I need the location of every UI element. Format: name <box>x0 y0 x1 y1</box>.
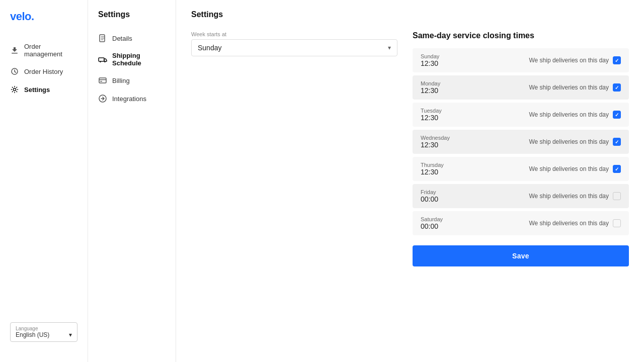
history-icon <box>10 67 19 76</box>
svg-rect-7 <box>99 78 106 83</box>
ship-day-checkbox[interactable] <box>613 138 621 146</box>
day-info: Friday00:00 <box>421 189 461 203</box>
day-info: Sunday12:30 <box>421 53 461 67</box>
checkbox-label: We ship deliveries on this day <box>529 193 609 200</box>
week-starts-label: Week starts at <box>191 31 397 37</box>
week-starts-dropdown[interactable]: Sunday ▾ <box>191 39 397 56</box>
download-icon <box>10 46 19 55</box>
ship-day-checkbox[interactable] <box>613 56 621 64</box>
ship-day-checkbox[interactable] <box>613 83 621 92</box>
day-time: 12:30 <box>421 168 461 176</box>
checkbox-wrap: We ship deliveries on this day <box>529 138 621 146</box>
settings-nav-item-details[interactable]: Details <box>88 29 176 47</box>
day-info: Wednesday12:30 <box>421 135 461 149</box>
page-title: Settings <box>191 10 629 19</box>
svg-rect-4 <box>99 58 104 61</box>
svg-point-5 <box>100 61 101 62</box>
settings-nav-billing-label: Billing <box>112 77 130 84</box>
checkbox-label: We ship deliveries on this day <box>529 84 609 91</box>
chevron-down-icon: ▾ <box>69 331 72 338</box>
svg-rect-0 <box>12 53 18 54</box>
schedule-row: Tuesday12:30We ship deliveries on this d… <box>413 103 629 127</box>
schedule-row: Monday12:30We ship deliveries on this da… <box>413 75 629 100</box>
day-time: 12:30 <box>421 59 461 67</box>
ship-day-checkbox[interactable] <box>613 111 621 119</box>
week-starts-value: Sunday <box>198 44 221 52</box>
sidebar-item-settings-label: Settings <box>24 86 50 94</box>
day-info: Saturday00:00 <box>421 216 461 230</box>
sidebar-item-settings[interactable]: Settings <box>0 80 88 99</box>
sidebar-item-order-history-label: Order History <box>24 68 63 75</box>
week-starts-section: Week starts at Sunday ▾ <box>191 31 397 56</box>
dropdown-arrow-icon: ▾ <box>388 44 391 51</box>
settings-nav-title: Settings <box>88 10 176 29</box>
checkbox-label: We ship deliveries on this day <box>529 220 609 227</box>
sidebar-nav: Order management Order History <box>0 38 88 99</box>
day-info: Thursday12:30 <box>421 162 461 176</box>
svg-point-2 <box>14 88 16 91</box>
checkbox-label: We ship deliveries on this day <box>529 138 609 145</box>
day-name: Monday <box>421 80 461 86</box>
sidebar-item-order-management[interactable]: Order management <box>0 38 88 62</box>
day-time: 12:30 <box>421 86 461 95</box>
day-name: Friday <box>421 189 461 195</box>
svg-rect-8 <box>100 81 102 82</box>
day-name: Thursday <box>421 162 461 168</box>
day-name: Saturday <box>421 216 461 222</box>
save-button[interactable]: Save <box>413 245 629 266</box>
sidebar-item-order-history[interactable]: Order History <box>0 62 88 80</box>
settings-nav-details-label: Details <box>112 35 132 42</box>
truck-icon <box>98 55 107 64</box>
checkbox-label: We ship deliveries on this day <box>529 165 609 172</box>
language-label: Language <box>16 326 72 331</box>
checkbox-wrap: We ship deliveries on this day <box>529 111 621 119</box>
language-value: English (US) ▾ <box>16 331 72 338</box>
checkbox-label: We ship deliveries on this day <box>529 111 609 118</box>
checkbox-wrap: We ship deliveries on this day <box>529 83 621 92</box>
ship-day-checkbox[interactable] <box>613 219 621 227</box>
gear-icon <box>10 85 19 94</box>
settings-nav-item-shipping-schedule[interactable]: Shipping Schedule <box>88 47 176 71</box>
circle-arrow-icon <box>98 94 107 103</box>
day-info: Tuesday12:30 <box>421 108 461 122</box>
card-icon <box>98 76 107 85</box>
schedule-row: Friday00:00We ship deliveries on this da… <box>413 184 629 208</box>
schedule-row: Saturday00:00We ship deliveries on this … <box>413 211 629 235</box>
checkbox-label: We ship deliveries on this day <box>529 57 609 64</box>
ship-day-checkbox[interactable] <box>613 192 621 200</box>
day-time: 00:00 <box>421 195 461 203</box>
checkbox-wrap: We ship deliveries on this day <box>529 192 621 200</box>
checkbox-wrap: We ship deliveries on this day <box>529 219 621 227</box>
svg-point-6 <box>104 61 105 62</box>
settings-nav-item-billing[interactable]: Billing <box>88 71 176 89</box>
file-icon <box>98 34 107 43</box>
sidebar-item-order-management-label: Order management <box>24 43 77 58</box>
day-info: Monday12:30 <box>421 80 461 95</box>
day-time: 12:30 <box>421 114 461 122</box>
language-selector[interactable]: Language English (US) ▾ <box>10 322 77 342</box>
settings-nav-shipping-label: Shipping Schedule <box>112 52 166 67</box>
day-time: 00:00 <box>421 222 461 230</box>
schedule-row: Wednesday12:30We ship deliveries on this… <box>413 130 629 154</box>
schedule-row: Thursday12:30We ship deliveries on this … <box>413 157 629 181</box>
settings-nav-integrations-label: Integrations <box>112 95 146 103</box>
checkbox-wrap: We ship deliveries on this day <box>529 165 621 173</box>
schedule-row: Sunday12:30We ship deliveries on this da… <box>413 48 629 72</box>
schedule-list: Sunday12:30We ship deliveries on this da… <box>413 48 629 235</box>
app-logo: velo. <box>10 10 77 23</box>
settings-nav-item-integrations[interactable]: Integrations <box>88 89 176 108</box>
day-name: Tuesday <box>421 108 461 114</box>
day-name: Sunday <box>421 53 461 59</box>
day-name: Wednesday <box>421 135 461 141</box>
same-day-title: Same-day service closing times <box>413 31 629 40</box>
ship-day-checkbox[interactable] <box>613 165 621 173</box>
day-time: 12:30 <box>421 141 461 149</box>
sidebar-footer: Language English (US) ▾ <box>0 312 88 352</box>
checkbox-wrap: We ship deliveries on this day <box>529 56 621 64</box>
